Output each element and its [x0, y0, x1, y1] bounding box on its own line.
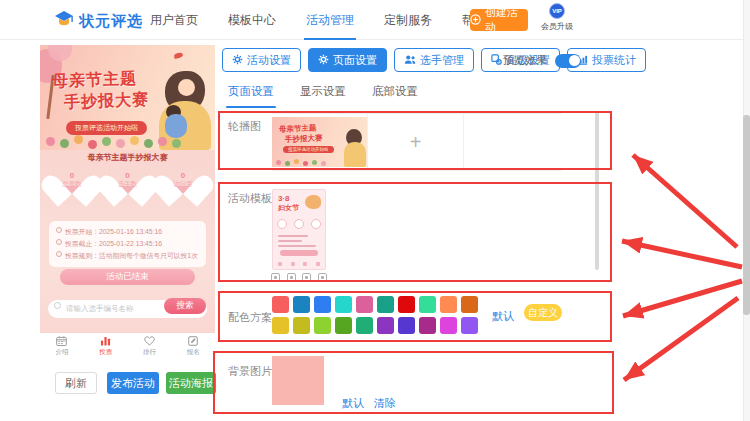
publish-activity-button[interactable]: 发布活动 [107, 372, 159, 394]
phone-tab-排行[interactable]: 排行 [128, 333, 172, 360]
app-window: 状元评选 用户首页模板中心活动管理定制服务帮助中心 创建活动 VIP 会员升级 … [0, 0, 750, 421]
template-action-icon-1[interactable] [271, 273, 280, 282]
logo[interactable]: 状元评选 [54, 10, 143, 32]
carousel-row: 母亲节主题 手抄报大赛 投票评选活动开始啦 + [272, 113, 562, 171]
nav-item-4[interactable]: 定制服务 [384, 0, 432, 40]
sub-tab-3[interactable]: 底部设置 [372, 84, 418, 108]
color-swatch-4[interactable] [335, 296, 352, 313]
template-action-icon-4[interactable] [318, 273, 327, 282]
stat-item: 0总票数 [47, 164, 97, 198]
stat-label: 选手数 [109, 180, 147, 189]
template-action-icon-2[interactable] [287, 273, 296, 282]
stat-value: 0 [53, 164, 91, 180]
color-swatch-14[interactable] [335, 317, 352, 334]
sub-tab-1[interactable]: 页面设置 [228, 84, 274, 108]
create-activity-label: 创建活动 [485, 5, 528, 35]
annotation-arrow-background [624, 298, 738, 380]
color-swatch-3[interactable] [314, 296, 331, 313]
background-section-label: 背景图片 [228, 364, 272, 379]
activity-poster-button[interactable]: 活动海报 [166, 372, 216, 394]
phone-tab-投票[interactable]: 投票 [84, 333, 128, 360]
mother-illustration [178, 79, 195, 96]
calendar-icon [56, 336, 67, 347]
stat-label: 访问量 [164, 180, 202, 189]
carousel-banner-thumbnail[interactable]: 母亲节主题 手抄报大赛 投票评选活动开始啦 [272, 117, 367, 167]
main-tab-2[interactable]: 页面设置 [308, 48, 387, 72]
phone-tab-报名[interactable]: 报名 [171, 333, 215, 360]
settings-main-tabs: 活动设置页面设置选手管理高级设置投票统计 [222, 48, 646, 72]
template-thumb-title2: 妇女节 [278, 203, 299, 213]
color-swatch-18[interactable] [419, 317, 436, 334]
color-swatch-9[interactable] [440, 296, 457, 313]
color-swatch-19[interactable] [440, 317, 457, 334]
template-action-icon-3[interactable] [302, 273, 311, 282]
carousel-banner-title2: 手抄报大赛 [285, 133, 323, 144]
color-swatch-15[interactable] [356, 317, 373, 334]
heart-shape: 0总票数 [53, 164, 91, 195]
background-clear-link[interactable]: 清除 [374, 396, 396, 411]
nav-item-1[interactable]: 用户首页 [150, 0, 198, 40]
banner-title-line1: 母亲节主题 [52, 69, 138, 93]
phone-tab-label: 投票 [99, 348, 112, 357]
color-custom-button[interactable]: 自定义 [524, 304, 562, 321]
template-thumb-textline [278, 240, 302, 242]
annotation-arrow-colors [623, 281, 742, 316]
main-tab-label: 投票统计 [592, 53, 636, 68]
phone-tabbar: 介绍投票排行报名 [40, 333, 215, 360]
vip-upgrade[interactable]: VIP 会员升级 [538, 3, 576, 32]
heart-shape: 0访问量 [164, 164, 202, 195]
template-thumb-tabbar [278, 262, 320, 266]
color-swatch-17[interactable] [398, 317, 415, 334]
search-button[interactable]: 搜索 [164, 298, 206, 314]
banner-badge: 投票评选活动开始啦 [66, 121, 147, 135]
activity-status-button[interactable]: 活动已结束 [60, 269, 195, 285]
color-swatch-13[interactable] [314, 317, 331, 334]
refresh-button[interactable]: 刷新 [55, 372, 97, 394]
nav-item-2[interactable]: 模板中心 [228, 0, 276, 40]
color-swatch-6[interactable] [377, 296, 394, 313]
carousel-empty-cell [464, 114, 560, 170]
vip-label: 会员升级 [538, 21, 576, 32]
carousel-section-label: 轮播图 [228, 119, 261, 134]
main-tab-1[interactable]: 活动设置 [222, 48, 301, 72]
main-tab-label: 活动设置 [247, 53, 291, 68]
add-carousel-image-button[interactable]: + [368, 114, 464, 170]
vote-info-line: 投票截止：2025-01-22 13:45:16 [56, 238, 199, 250]
color-swatch-8[interactable] [419, 296, 436, 313]
sub-tab-2[interactable]: 显示设置 [300, 84, 346, 108]
main-tab-3[interactable]: 选手管理 [394, 48, 474, 72]
color-swatch-7[interactable] [398, 296, 415, 313]
gear-icon [232, 54, 243, 67]
main-tab-label: 选手管理 [420, 53, 464, 68]
phone-tab-介绍[interactable]: 介绍 [40, 333, 84, 360]
color-swatch-grid [272, 296, 478, 338]
carousel-item-cell: 母亲节主题 手抄报大赛 投票评选活动开始啦 [272, 114, 368, 170]
color-swatch-12[interactable] [293, 317, 310, 334]
color-swatch-10[interactable] [461, 296, 478, 313]
create-activity-button[interactable]: 创建活动 [470, 9, 528, 31]
color-swatch-11[interactable] [272, 317, 289, 334]
activity-template-thumbnail[interactable]: 3·8 妇女节 [272, 189, 326, 270]
nav-menu: 用户首页模板中心活动管理定制服务帮助中心 [150, 0, 510, 40]
color-swatch-1[interactable] [272, 296, 289, 313]
bird-decor [174, 52, 184, 59]
stats-row: 0总票数0选手数0访问量 [47, 164, 208, 198]
color-swatch-16[interactable] [377, 317, 394, 334]
background-default-link[interactable]: 默认 [342, 396, 364, 411]
phone-tab-label: 介绍 [55, 348, 68, 357]
page-scrollbar-thumb[interactable] [743, 115, 750, 315]
panel-scrollbar[interactable] [595, 112, 599, 270]
mother-illustration [344, 142, 366, 167]
pencil-icon [188, 336, 198, 347]
color-swatch-20[interactable] [461, 317, 478, 334]
background-image-swatch[interactable] [272, 356, 324, 405]
color-swatch-5[interactable] [356, 296, 373, 313]
phone-tab-label: 排行 [143, 348, 156, 357]
color-swatch-2[interactable] [293, 296, 310, 313]
nav-item-3[interactable]: 活动管理 [306, 0, 354, 40]
stat-item: 0选手数 [103, 164, 153, 198]
template-thumb-textline [278, 245, 316, 247]
color-default-link[interactable]: 默认 [492, 309, 514, 324]
phone-tab-label: 报名 [187, 348, 200, 357]
preview-toggle[interactable] [555, 54, 581, 68]
